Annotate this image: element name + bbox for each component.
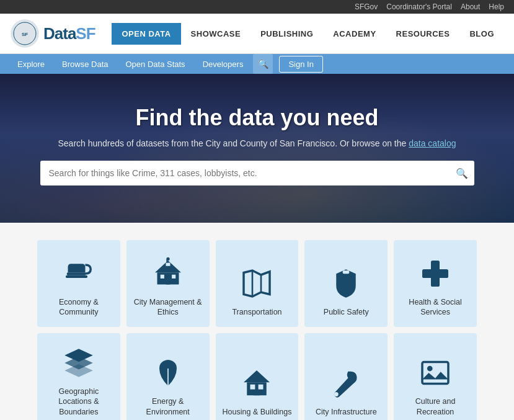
subnav-open-data-stats[interactable]: Open Data Stats [118, 55, 193, 74]
nav-resources[interactable]: RESOURCES [386, 23, 460, 45]
cat-city-mgmt[interactable]: City Management & Ethics [126, 240, 210, 327]
nav-open-data[interactable]: OPEN DATA [112, 23, 180, 45]
svg-text:SF: SF [22, 32, 28, 37]
cat-economy-label: Economy & Community [43, 297, 114, 318]
subnav-browse-data[interactable]: Browse Data [55, 55, 115, 74]
cat-public-safety[interactable]: Public Safety [304, 240, 388, 327]
hero-subtitle: Search hundreds of datasets from the Cit… [25, 138, 489, 148]
cat-city-mgmt-label: City Management & Ethics [133, 297, 203, 318]
cat-energy[interactable]: Energy & Environment [126, 333, 210, 420]
svg-point-27 [334, 392, 339, 396]
cat-health[interactable]: Health & Social Services [394, 240, 477, 327]
about-link[interactable]: About [461, 2, 480, 11]
nav-blog[interactable]: BLOG [459, 23, 504, 45]
cat-housing[interactable]: Housing & Buildings [216, 333, 299, 420]
sub-nav: Explore Browse Data Open Data Stats Deve… [0, 54, 514, 74]
utility-bar: SFGov Coordinator's Portal About Help [0, 0, 514, 14]
svg-point-12 [166, 257, 169, 260]
svg-rect-3 [67, 272, 86, 275]
svg-rect-25 [250, 384, 255, 389]
svg-rect-15 [343, 270, 350, 274]
svg-marker-22 [244, 370, 270, 382]
signin-button[interactable]: Sign In [279, 56, 322, 73]
cat-geo-label: Geographic Locations & Boundaries [43, 386, 114, 417]
hero-title: Find the data you need [25, 105, 489, 131]
svg-rect-8 [160, 274, 164, 278]
cat-infrastructure[interactable]: City Infrastructure [304, 333, 388, 420]
svg-rect-17 [422, 269, 448, 278]
hero-search-bar[interactable]: 🔍 [40, 161, 474, 185]
svg-marker-20 [64, 364, 93, 377]
subnav-explore[interactable]: Explore [10, 55, 52, 74]
map-icon [239, 266, 274, 301]
cat-culture-label: Culture and Recreation [400, 396, 471, 417]
svg-rect-26 [259, 384, 264, 389]
hero-section: Find the data you need Search hundreds o… [0, 74, 514, 223]
cat-geo[interactable]: Geographic Locations & Boundaries [37, 333, 120, 420]
cup-icon [61, 256, 96, 291]
badge-icon [329, 266, 363, 301]
svg-rect-4 [66, 275, 87, 277]
cat-health-label: Health & Social Services [400, 297, 471, 318]
logo: SF DataSF [10, 19, 112, 48]
main-nav: OPEN DATA SHOWCASE PUBLISHING ACADEMY RE… [112, 23, 504, 45]
cat-public-safety-label: Public Safety [324, 307, 369, 317]
house-icon [239, 366, 274, 401]
categories-grid: Economy & Community City Management & Et… [37, 240, 477, 420]
image-icon [418, 355, 453, 390]
cat-housing-label: Housing & Buildings [223, 407, 292, 417]
subnav-developers[interactable]: Developers [195, 55, 251, 74]
svg-rect-9 [172, 274, 175, 278]
svg-rect-7 [166, 277, 170, 284]
wrench-icon [329, 366, 363, 401]
data-catalog-link[interactable]: data catalog [409, 138, 456, 148]
leaf-icon [151, 355, 185, 390]
cat-transportation[interactable]: Transportation [216, 240, 299, 327]
cat-economy[interactable]: Economy & Community [37, 240, 120, 327]
help-link[interactable]: Help [489, 2, 504, 11]
cat-culture[interactable]: Culture and Recreation [394, 333, 477, 420]
hero-search-submit[interactable]: 🔍 [456, 168, 468, 179]
layers-icon [61, 346, 96, 380]
svg-rect-10 [166, 262, 170, 266]
cat-transportation-label: Transportation [232, 307, 281, 317]
building-icon [151, 256, 185, 291]
header: SF DataSF OPEN DATA SHOWCASE PUBLISHING … [0, 14, 514, 54]
logo-text: DataSF [43, 24, 95, 43]
cat-energy-label: Energy & Environment [133, 396, 203, 417]
svg-marker-6 [155, 261, 181, 272]
nav-academy[interactable]: ACADEMY [323, 23, 386, 45]
cross-icon [418, 256, 453, 291]
svg-rect-28 [422, 362, 448, 384]
hero-search-input[interactable] [47, 163, 456, 183]
sfgov-link[interactable]: SFGov [355, 2, 378, 11]
nav-showcase[interactable]: SHOWCASE [181, 23, 251, 45]
svg-point-29 [427, 366, 433, 372]
search-toggle-button[interactable]: 🔍 [253, 54, 273, 74]
categories-section: Economy & Community City Management & Et… [0, 223, 514, 420]
cat-infrastructure-label: City Infrastructure [316, 407, 377, 417]
sf-seal-icon: SF [10, 19, 40, 48]
hero-content: Find the data you need Search hundreds o… [25, 105, 489, 185]
coordinators-portal-link[interactable]: Coordinator's Portal [386, 2, 452, 11]
nav-publishing[interactable]: PUBLISHING [250, 23, 323, 45]
